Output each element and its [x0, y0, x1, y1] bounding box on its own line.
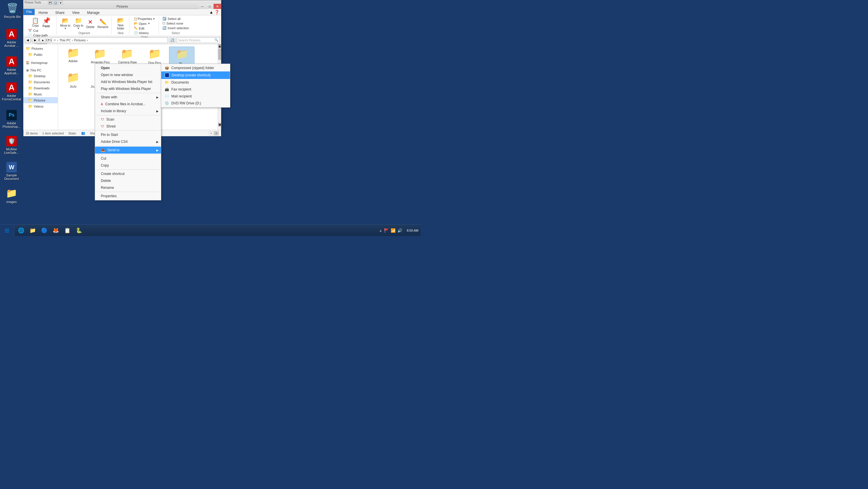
desktop-icon-adobe-photoshop[interactable]: Ps Adobe Photoshop... [1, 110, 22, 128]
submenu-fax[interactable]: 📠 Fax recipient [161, 86, 230, 93]
ctx-open[interactable]: Open [95, 64, 161, 71]
copy-path-button[interactable]: 📄 Copy path [27, 33, 55, 37]
taskbar-item5[interactable]: 📋 [62, 226, 73, 235]
search-box[interactable]: Search Pictures 🔍 [177, 37, 220, 43]
tray-flag-icon[interactable]: 🚩 [384, 228, 389, 233]
folder-icon-gr: 📁 [176, 48, 188, 60]
submenu-desktop[interactable]: Desktop (create shortcut) [161, 71, 230, 79]
taskbar-clock[interactable]: 8:50 AM [405, 229, 421, 232]
ctx-open-new-window[interactable]: Open in new window [95, 71, 161, 78]
minimize-button[interactable]: ─ [198, 4, 206, 9]
refresh-button[interactable]: 🔄 [169, 37, 176, 43]
close-button[interactable]: ✕ [214, 4, 221, 9]
tray-volume-icon[interactable]: 🔊 [397, 228, 402, 233]
tab-home[interactable]: Home [35, 9, 52, 15]
list-view-btn[interactable]: ≡ [209, 131, 214, 135]
grid-view-btn[interactable]: ⊞ [214, 131, 219, 135]
nav-item-thispc[interactable]: 🖥 This PC [23, 68, 58, 73]
select-label: Select [172, 31, 180, 35]
ctx-delete[interactable]: Delete [95, 177, 161, 184]
ctx-rename[interactable]: Rename [95, 184, 161, 191]
ctx-scan[interactable]: 🛡 Scan [95, 116, 161, 123]
move-to-button[interactable]: 📂 Move to ▼ [59, 17, 72, 30]
select-all-button[interactable]: ☑️ Select all [161, 17, 190, 21]
paste-button[interactable]: 📌 Paste [41, 17, 52, 28]
nav-item-pictures-sel[interactable]: 📁 Pictures [23, 97, 58, 103]
scroll-up-btn[interactable]: ▲ [218, 44, 221, 48]
nav-item-public[interactable]: 📁 Public [23, 52, 58, 58]
folder-adobe[interactable]: 📁 Adobe [60, 47, 86, 68]
ctx-pin-start[interactable]: Pin to Start [95, 131, 161, 138]
address-path[interactable]: 🖥 › This PC › Pictures › [52, 37, 168, 43]
edit-button[interactable]: ✏️ Edit [133, 26, 156, 30]
qa-btn-1[interactable]: 💾 [48, 1, 53, 5]
start-button[interactable]: ⊞ [0, 225, 14, 236]
ctx-create-shortcut[interactable]: Create shortcut [95, 170, 161, 177]
desktop-icon-adobe-acrobat[interactable]: A Adobe Acrobat ... [1, 29, 22, 48]
desktop-icon-mcafee[interactable]: 🛡️ McAfee LiveSafe... [1, 136, 22, 154]
copy-button[interactable]: 📋 Copy [30, 17, 41, 28]
help-btn[interactable]: ❓ [214, 10, 219, 15]
ctx-share-with[interactable]: Share with ▶ [95, 94, 161, 100]
nav-item-downloads[interactable]: 📁 Downloads [23, 85, 58, 91]
folder-icon: 📁 [28, 104, 33, 109]
taskbar-item3[interactable]: 🔵 [39, 226, 50, 235]
adobe-acrobat-icon: A [6, 29, 17, 39]
new-folder-button[interactable]: 📂 New folder [116, 17, 126, 31]
tab-file[interactable]: File [23, 9, 35, 15]
desktop-icon-adobe-appli[interactable]: A Adobe Applicati... [1, 56, 22, 75]
cut-button[interactable]: ✂️ Cut [27, 28, 55, 33]
select-none-button[interactable]: ☐ Select none [161, 21, 190, 25]
tray-expand[interactable]: ▲ [379, 229, 382, 232]
tray-network-icon[interactable]: 📶 [391, 228, 396, 233]
ctx-add-to-wmp[interactable]: Add to Windows Media Player list [95, 78, 161, 85]
nav-item-videos[interactable]: 📁 Videos [23, 103, 58, 109]
nav-item-homegroup[interactable]: 🏠 Homegroup [23, 60, 58, 65]
tab-manage[interactable]: Manage [83, 9, 103, 15]
desktop-icon-images[interactable]: 📁 images [1, 188, 22, 204]
maximize-button[interactable]: □ [206, 4, 214, 9]
tab-share[interactable]: Share [52, 9, 68, 15]
up-button[interactable]: ▲ [39, 37, 46, 43]
ctx-properties[interactable]: Properties [95, 193, 161, 200]
properties-button[interactable]: 📋 Properties ▼ [133, 17, 156, 21]
taskbar-explorer[interactable]: 📁 [27, 226, 38, 235]
ribbon-collapse-btn[interactable]: ▲ [209, 10, 213, 15]
taskbar-ie[interactable]: 🌐 [16, 226, 27, 235]
ctx-shred[interactable]: 🛡 Shred [95, 123, 161, 130]
taskbar-firefox[interactable]: 🦊 [50, 226, 61, 235]
rename-button[interactable]: ✏️ Rename [96, 19, 110, 29]
nav-item-pictures[interactable]: 📁 Pictures [23, 46, 58, 52]
ctx-cut[interactable]: Cut [95, 155, 161, 162]
desktop-icon-adobe-forms[interactable]: A Adobe FormsCentral [1, 82, 22, 101]
forward-button[interactable]: ▶ [32, 37, 38, 43]
ctx-combine-acrobat[interactable]: A Combine files in Acrobat... [95, 100, 161, 108]
ctx-copy[interactable]: Copy [95, 162, 161, 169]
qa-btn-3[interactable]: ▼ [58, 1, 63, 5]
history-button[interactable]: 🕐 History [133, 31, 156, 35]
desktop-icon-recycle-bin[interactable]: 🗑️ Recycle Bin [2, 2, 23, 19]
submenu-compressed[interactable]: 📦 Compressed (zipped) folder [161, 64, 230, 71]
taskbar-item6[interactable]: 🐍 [73, 226, 84, 235]
submenu-mail[interactable]: ✉️ Mail recipient [161, 93, 230, 100]
submenu-documents[interactable]: 📁 Documents [161, 79, 230, 86]
ctx-play-wmp[interactable]: Play with Windows Media Player [95, 85, 161, 92]
qa-btn-2[interactable]: ⬆️ [53, 1, 58, 5]
back-button[interactable]: ◀ [25, 37, 31, 43]
desktop-icon-sample-doc[interactable]: W Sample Document [1, 162, 22, 180]
ctx-include-library[interactable]: Include in library ▶ [95, 108, 161, 115]
folder-jojo[interactable]: 📁 JoJo [60, 70, 86, 93]
ctx-adobe-drive[interactable]: Adobe Drive CS4 ▶ [95, 138, 161, 145]
recent-locations-button[interactable]: ▼ [47, 37, 51, 43]
submenu-dvd[interactable]: 💿 DVD RW Drive (D:) [161, 100, 230, 107]
delete-button[interactable]: ✕ Delete [85, 19, 96, 29]
invert-selection-button[interactable]: 🔄 Invert selection [161, 26, 190, 30]
open-button[interactable]: 📂 Open ▼ [133, 21, 156, 26]
scroll-down-btn[interactable]: ▼ [218, 123, 221, 126]
copy-to-button[interactable]: 📁 Copy to ▼ [72, 17, 84, 30]
tab-view[interactable]: View [68, 9, 83, 15]
ctx-send-to[interactable]: 📤 Send to ▶ [95, 147, 161, 153]
nav-item-desktop[interactable]: 📁 Desktop [23, 73, 58, 79]
nav-item-music[interactable]: 📁 Music [23, 91, 58, 97]
nav-item-documents[interactable]: 📁 Documents [23, 79, 58, 85]
